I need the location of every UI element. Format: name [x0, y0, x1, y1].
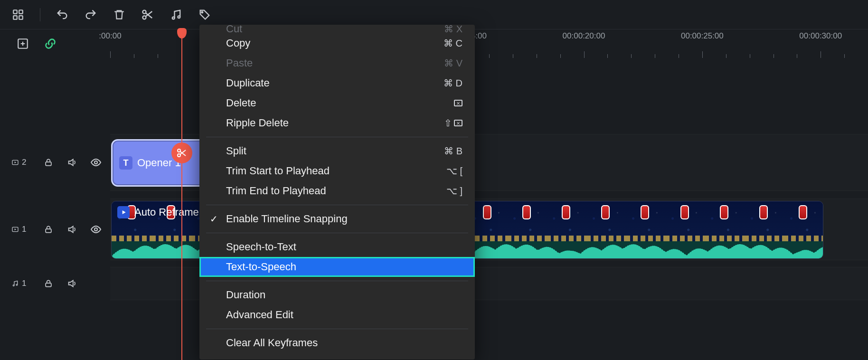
context-menu-item-shortcut: ⌘ C [443, 38, 462, 49]
track-mute-button[interactable] [64, 154, 81, 171]
add-track-button[interactable] [14, 35, 31, 52]
svg-point-11 [178, 154, 180, 157]
context-menu-item-ripple[interactable]: Ripple Delete⇧ [199, 113, 475, 133]
context-menu-item-label: Delete [226, 97, 256, 109]
context-menu-item-label: Text-to-Speech [226, 261, 296, 273]
context-menu-item-label: Duplicate [226, 77, 270, 89]
context-menu-item-label: Cut [226, 25, 242, 33]
svg-point-10 [178, 149, 180, 152]
context-menu-item-delete[interactable]: Delete [199, 93, 475, 113]
context-menu-item-shortcut: ⇧ [444, 117, 462, 129]
context-menu-item-shortcut: ⌘ X [444, 25, 462, 33]
svg-point-18 [13, 285, 14, 286]
track-lock-button[interactable] [40, 221, 57, 238]
track-number: 1 [22, 279, 26, 288]
svg-point-4 [143, 10, 146, 13]
context-menu-item-clearkeys[interactable]: Clear All Keyframes [199, 333, 475, 353]
svg-rect-20 [46, 283, 51, 287]
context-menu-separator [206, 137, 468, 137]
svg-point-8 [201, 11, 203, 13]
timeline: :00:0000:00:05:0000:00:10:0000:00:15:000… [0, 29, 868, 360]
context-menu-item-tts[interactable]: Text-to-Speech [199, 257, 475, 277]
track-header-video-2: 2 [0, 134, 110, 191]
context-menu-item-label: Trim Start to Playhead [226, 165, 330, 177]
context-menu-item-label: Paste [226, 57, 253, 69]
context-menu-item-label: Ripple Delete [226, 117, 289, 129]
undo-button[interactable] [54, 6, 71, 23]
delete-button[interactable] [111, 6, 128, 23]
marker-button[interactable] [196, 6, 213, 23]
svg-point-5 [143, 16, 146, 19]
context-menu-item-shortcut: ⌥ [ [446, 165, 462, 177]
track-mute-button[interactable] [64, 275, 81, 292]
track-lock-button[interactable] [40, 154, 57, 171]
context-menu-separator [206, 205, 468, 205]
svg-point-19 [16, 284, 18, 285]
context-menu-item-cut: Cut⌘ X [199, 25, 475, 33]
context-menu-item-label: Trim End to Playhead [226, 185, 326, 197]
context-menu-item-snap[interactable]: Enable Timeline Snapping [199, 209, 475, 229]
context-menu-item-shortcut: ⌘ V [444, 57, 462, 69]
toolbar-separator [40, 8, 40, 21]
layouts-button[interactable] [9, 6, 27, 23]
context-menu-separator [206, 329, 468, 329]
video-clip-type-icon [117, 206, 130, 218]
video-clip-label: Auto Reframe [134, 206, 199, 218]
video-track-icon [11, 226, 19, 233]
ruler-timestamp: :00:00 [99, 31, 121, 41]
svg-point-17 [94, 228, 97, 231]
split-button[interactable] [139, 6, 156, 23]
context-menu-item-shortcut: ⌥ ] [446, 185, 462, 197]
audio-link-button[interactable] [168, 6, 185, 23]
track-visibility-button[interactable] [87, 154, 104, 171]
playhead-handle-icon[interactable] [177, 28, 187, 38]
music-track-icon [11, 280, 19, 287]
track-header-video-1: 1 [0, 199, 110, 260]
track-visibility-button[interactable] [87, 221, 104, 238]
ruler-left-controls [0, 29, 110, 58]
link-toggle-button[interactable] [42, 35, 59, 52]
context-menu-item-shortcut: ⌘ D [443, 77, 462, 89]
context-menu-item-duration[interactable]: Duration [199, 285, 475, 305]
context-menu-item-copy[interactable]: Copy⌘ C [199, 33, 475, 53]
svg-point-7 [178, 16, 180, 18]
svg-point-14 [94, 161, 97, 164]
context-menu-separator [206, 233, 468, 233]
context-menu-item-split[interactable]: Split⌘ B [199, 141, 475, 161]
track-number: 2 [22, 158, 26, 167]
text-clip-type-icon: T [119, 156, 132, 170]
context-menu-item-duplicate[interactable]: Duplicate⌘ D [199, 73, 475, 93]
context-menu-item-trimend[interactable]: Trim End to Playhead⌥ ] [199, 181, 475, 201]
context-menu-item-label: Clear All Keyframes [226, 337, 318, 349]
ruler-timestamp: 00:00:20:00 [563, 31, 605, 41]
context-menu-item-label: Advanced Edit [226, 309, 293, 321]
track-lock-button[interactable] [40, 275, 57, 292]
context-menu-item-stt[interactable]: Speech-to-Text [199, 237, 475, 257]
ruler-timestamp: 00:00:30:00 [799, 31, 842, 41]
playhead[interactable] [181, 29, 182, 360]
context-menu: Cut⌘ XCopy⌘ CPaste⌘ VDuplicate⌘ DDeleteR… [199, 25, 475, 360]
svg-rect-0 [13, 10, 17, 14]
context-menu-item-label: Speech-to-Text [226, 241, 296, 253]
context-menu-item-trimstart[interactable]: Trim Start to Playhead⌥ [ [199, 161, 475, 181]
svg-rect-16 [46, 229, 51, 233]
svg-rect-13 [46, 162, 51, 166]
context-menu-item-advedit[interactable]: Advanced Edit [199, 305, 475, 325]
svg-rect-1 [19, 10, 23, 14]
context-menu-item-shortcut [454, 100, 462, 106]
context-menu-item-label: Duration [226, 289, 265, 301]
svg-point-6 [172, 17, 175, 19]
video-track-icon [11, 159, 19, 166]
context-menu-item-label: Enable Timeline Snapping [226, 213, 348, 225]
context-menu-item-label: Split [226, 145, 246, 157]
playhead-split-icon[interactable] [171, 142, 192, 163]
context-menu-item-paste: Paste⌘ V [199, 53, 475, 73]
redo-button[interactable] [82, 6, 99, 23]
context-menu-separator [206, 281, 468, 281]
track-mute-button[interactable] [64, 221, 81, 238]
svg-rect-2 [13, 16, 17, 19]
ruler-timestamp: 00:00:25:00 [681, 31, 724, 41]
track-number: 1 [22, 225, 26, 234]
context-menu-item-label: Copy [226, 37, 250, 49]
track-header-music-1: 1 [0, 267, 110, 300]
